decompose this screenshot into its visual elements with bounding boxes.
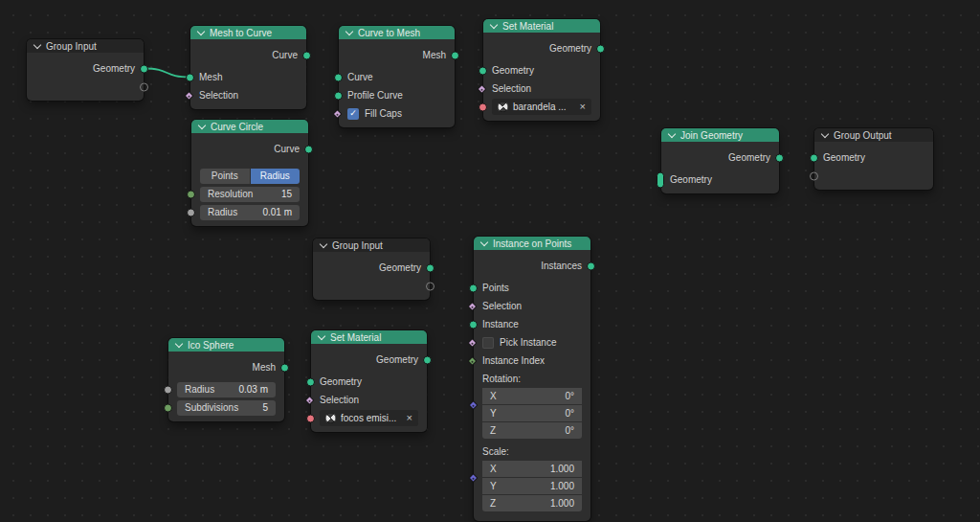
- node-group-input-2[interactable]: Group Input Geometry: [313, 238, 430, 300]
- node-set-material-2[interactable]: Set Material Geometry Geometry Selection…: [311, 330, 427, 432]
- rotation-input-socket[interactable]: [469, 400, 479, 410]
- node-header[interactable]: Curve to Mesh: [339, 26, 455, 39]
- collapse-chevron-icon[interactable]: [318, 332, 325, 340]
- instances-output-socket[interactable]: [587, 261, 595, 270]
- selection-input-socket[interactable]: [185, 91, 194, 101]
- material-input-socket[interactable]: [479, 102, 487, 111]
- scale-z-field[interactable]: Z 1.000: [482, 495, 582, 511]
- collapse-chevron-icon[interactable]: [33, 41, 41, 49]
- socket-label: Selection: [482, 301, 522, 311]
- close-icon[interactable]: ×: [580, 102, 586, 112]
- node-header[interactable]: Group Input: [313, 238, 430, 252]
- material-selector[interactable]: focos emisi... ×: [320, 410, 418, 426]
- virtual-socket[interactable]: [140, 82, 148, 91]
- scale-x-field[interactable]: X 1.000: [482, 461, 582, 477]
- mode-radius-button[interactable]: Radius: [251, 169, 301, 184]
- node-instance-on-points[interactable]: Instance on Points Instances Points Sele…: [474, 237, 590, 521]
- node-header[interactable]: Ico Sphere: [168, 338, 284, 352]
- field-label: Radius: [185, 384, 214, 395]
- radius-input-socket[interactable]: [164, 385, 172, 394]
- node-header[interactable]: Set Material: [311, 330, 427, 344]
- selection-input-socket[interactable]: [478, 84, 487, 94]
- resolution-field[interactable]: Resolution 15: [200, 187, 300, 202]
- mesh-input-socket[interactable]: [186, 73, 194, 81]
- node-curve-to-mesh[interactable]: Curve to Mesh Mesh Curve Profile Curve ✓…: [339, 26, 455, 127]
- node-header[interactable]: Set Material: [483, 19, 600, 33]
- selection-input-socket[interactable]: [305, 396, 315, 405]
- node-set-material-1[interactable]: Set Material Geometry Geometry Selection…: [483, 19, 600, 121]
- mesh-output-socket[interactable]: [280, 363, 289, 372]
- instance-index-input-socket[interactable]: [468, 356, 478, 366]
- scale-y-field[interactable]: Y 1.000: [482, 478, 582, 494]
- radius-field[interactable]: Radius 0.03 m: [177, 382, 276, 397]
- checkmark-icon: ✓: [349, 109, 357, 118]
- node-group-input-1[interactable]: Group Input Geometry: [27, 39, 144, 101]
- mesh-output-socket[interactable]: [451, 51, 459, 59]
- geometry-output-socket[interactable]: [140, 64, 148, 73]
- collapse-chevron-icon[interactable]: [197, 28, 205, 35]
- collapse-chevron-icon[interactable]: [480, 238, 488, 246]
- collapse-chevron-icon[interactable]: [668, 130, 676, 138]
- collapse-chevron-icon[interactable]: [490, 21, 498, 29]
- subdivisions-input-socket[interactable]: [164, 403, 172, 412]
- geometry-output-socket[interactable]: [423, 355, 432, 364]
- geometry-multi-input-socket[interactable]: [657, 171, 664, 188]
- geometry-output-socket[interactable]: [775, 153, 784, 162]
- field-value: 0.03 m: [238, 384, 268, 395]
- rotation-y-field[interactable]: Y 0°: [482, 405, 582, 421]
- virtual-socket[interactable]: [810, 171, 818, 180]
- geometry-output-socket[interactable]: [596, 44, 605, 53]
- node-group-output[interactable]: Group Output Geometry: [814, 128, 933, 190]
- geometry-input-socket[interactable]: [306, 377, 315, 386]
- axis-label: X: [490, 391, 497, 401]
- node-header[interactable]: Curve Circle: [191, 120, 308, 133]
- node-mesh-to-curve[interactable]: Mesh to Curve Curve Mesh Selection: [190, 26, 306, 109]
- node-header[interactable]: Mesh to Curve: [190, 26, 306, 39]
- curve-output-socket[interactable]: [304, 145, 313, 153]
- node-header[interactable]: Instance on Points: [474, 237, 590, 250]
- node-ico-sphere[interactable]: Ico Sphere Mesh Radius 0.03 m Subdivisio…: [168, 338, 284, 421]
- radius-field[interactable]: Radius 0.01 m: [200, 205, 300, 220]
- collapse-chevron-icon[interactable]: [821, 130, 829, 138]
- radius-input-socket[interactable]: [187, 208, 195, 216]
- fill-caps-input-socket[interactable]: [333, 109, 343, 119]
- node-curve-circle[interactable]: Curve Circle Curve Points Radius Resolut…: [191, 120, 308, 226]
- axis-value: 0°: [565, 425, 574, 436]
- material-input-socket[interactable]: [306, 414, 315, 422]
- node-header[interactable]: Join Geometry: [661, 128, 779, 142]
- collapse-chevron-icon[interactable]: [175, 340, 183, 348]
- pick-instance-checkbox[interactable]: [482, 337, 494, 349]
- rotation-z-field[interactable]: Z 0°: [482, 422, 582, 439]
- collapse-chevron-icon[interactable]: [345, 28, 353, 35]
- close-icon[interactable]: ×: [407, 413, 412, 423]
- profile-curve-input-socket[interactable]: [334, 91, 343, 100]
- virtual-socket[interactable]: [426, 282, 434, 290]
- collapse-chevron-icon[interactable]: [198, 122, 206, 129]
- node-header[interactable]: Group Output: [814, 128, 933, 142]
- field-label: Radius: [208, 207, 237, 217]
- geometry-input-socket[interactable]: [810, 153, 818, 162]
- socket-label: Geometry: [728, 152, 770, 163]
- collapse-chevron-icon[interactable]: [320, 240, 327, 248]
- scale-input-socket[interactable]: [469, 473, 479, 483]
- geometry-output-socket[interactable]: [426, 263, 434, 272]
- instance-input-socket[interactable]: [469, 320, 478, 329]
- curve-output-socket[interactable]: [302, 51, 311, 59]
- mode-points-button[interactable]: Points: [200, 169, 250, 184]
- resolution-input-socket[interactable]: [187, 190, 195, 198]
- fill-caps-checkbox[interactable]: ✓: [347, 108, 359, 120]
- material-icon: [498, 102, 508, 112]
- node-join-geometry[interactable]: Join Geometry Geometry Geometry: [661, 128, 779, 193]
- selection-input-socket[interactable]: [468, 302, 478, 311]
- geometry-input-socket[interactable]: [479, 66, 487, 75]
- subdivisions-field[interactable]: Subdivisions 5: [177, 400, 276, 416]
- node-editor-canvas[interactable]: Group Input Geometry Mesh to Curve Curve: [0, 0, 980, 522]
- socket-label: Instance: [482, 319, 519, 329]
- pick-instance-input-socket[interactable]: [468, 338, 478, 348]
- node-header[interactable]: Group Input: [27, 39, 144, 53]
- rotation-x-field[interactable]: X 0°: [482, 388, 582, 404]
- material-selector[interactable]: barandela ... ×: [492, 99, 591, 115]
- curve-input-socket[interactable]: [334, 73, 343, 81]
- points-input-socket[interactable]: [469, 284, 478, 292]
- socket-label: Geometry: [93, 63, 135, 74]
